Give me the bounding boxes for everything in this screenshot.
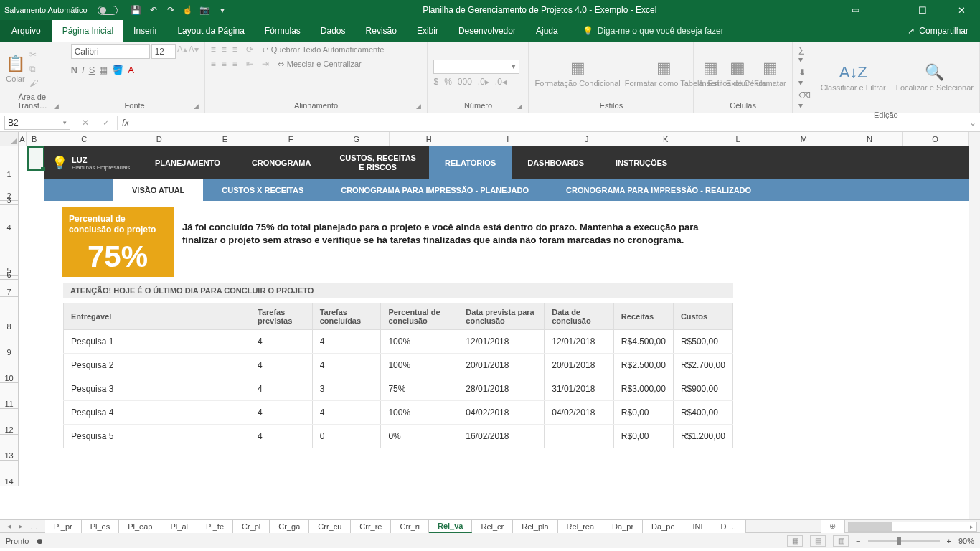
selected-cell[interactable] — [27, 146, 44, 171]
table-cell[interactable]: 04/02/2018 — [545, 401, 614, 425]
table-cell[interactable]: 75% — [381, 377, 458, 401]
nav-custos[interactable]: CUSTOS, RECEITASE RISCOS — [326, 146, 429, 179]
sheet-tab[interactable]: Pl_al — [161, 520, 197, 533]
sheet-tab[interactable]: Rel_cr — [472, 520, 513, 533]
table-cell[interactable]: R$1.200,00 — [673, 425, 732, 448]
increase-font-icon[interactable]: A▴ — [177, 44, 187, 59]
tab-help[interactable]: Ajuda — [526, 20, 568, 42]
autosave-toggle[interactable] — [98, 6, 118, 15]
font-size-input[interactable] — [151, 44, 176, 59]
decrease-decimal-icon[interactable]: .0◂ — [495, 77, 507, 87]
table-cell[interactable]: Pesquisa 3 — [64, 377, 250, 401]
macro-record-icon[interactable]: ⏺ — [36, 537, 44, 545]
tab-layout[interactable]: Layout da Página — [167, 20, 254, 42]
ribbon-display-icon[interactable]: ▭ — [852, 5, 859, 15]
table-cell[interactable]: R$2.500,00 — [613, 354, 673, 377]
row-header[interactable]: 10 — [0, 357, 19, 383]
zoom-in-icon[interactable]: + — [947, 537, 951, 545]
indent-inc-icon[interactable]: ⇥ — [262, 59, 269, 69]
find-select-button[interactable]: 🔍Localizar e Selecionar — [896, 63, 974, 92]
table-cell[interactable]: 100% — [381, 354, 458, 377]
align-middle-icon[interactable]: ≡ — [222, 44, 227, 55]
table-cell[interactable]: Pesquisa 2 — [64, 354, 250, 377]
row-header[interactable]: 7 — [0, 280, 19, 297]
underline-icon[interactable]: S — [89, 65, 95, 75]
view-page-layout-icon[interactable]: ▤ — [810, 535, 826, 547]
horizontal-scrollbar[interactable]: ◂ ▸ — [848, 522, 977, 532]
table-cell[interactable]: 4 — [250, 401, 313, 425]
indent-dec-icon[interactable]: ⇤ — [246, 59, 253, 69]
sheet-tab[interactable]: Crr_cu — [309, 520, 351, 533]
table-cell[interactable]: R$0,00 — [613, 425, 673, 448]
subnav-visao-atual[interactable]: VISÃO ATUAL — [113, 179, 203, 201]
table-cell[interactable]: R$2.700,00 — [673, 354, 732, 377]
table-cell[interactable]: 4 — [250, 377, 313, 401]
align-center-icon[interactable]: ≡ — [222, 59, 227, 69]
sheet-tab[interactable]: Cr_pl — [233, 520, 270, 533]
row-header[interactable]: 12 — [0, 409, 19, 435]
tab-insert[interactable]: Inserir — [123, 20, 167, 42]
sheet-tab[interactable]: Crr_re — [351, 520, 391, 533]
sheet-tab[interactable]: INI — [684, 520, 712, 533]
table-cell[interactable]: 04/02/2018 — [458, 401, 545, 425]
align-top-icon[interactable]: ≡ — [211, 44, 216, 55]
align-left-icon[interactable]: ≡ — [211, 59, 216, 69]
tell-me[interactable]: 💡Diga-me o que você deseja fazer — [583, 20, 724, 42]
col-header[interactable]: I — [468, 132, 547, 146]
align-bottom-icon[interactable]: ≡ — [232, 44, 237, 55]
tab-scroll-prev-icon[interactable]: ▸ — [16, 522, 26, 531]
camera-icon[interactable]: 📷 — [199, 4, 211, 16]
format-painter-icon[interactable]: 🖌 — [29, 78, 38, 88]
col-header[interactable]: H — [390, 132, 468, 146]
cancel-formula-icon[interactable]: ✕ — [82, 118, 89, 128]
tab-review[interactable]: Revisão — [356, 20, 407, 42]
col-header[interactable]: L — [705, 132, 771, 146]
table-cell[interactable]: 31/01/2018 — [545, 377, 614, 401]
table-cell[interactable]: 20/01/2018 — [458, 354, 545, 377]
paste-button[interactable]: 📋Colar — [6, 55, 25, 83]
col-header[interactable]: O — [903, 132, 969, 146]
view-page-break-icon[interactable]: ▥ — [833, 535, 849, 547]
cut-icon[interactable]: ✂ — [29, 50, 38, 60]
table-cell[interactable]: 3 — [312, 377, 381, 401]
italic-icon[interactable]: I — [82, 65, 85, 75]
zoom-level[interactable]: 90% — [958, 537, 974, 545]
table-cell[interactable]: 4 — [250, 354, 313, 377]
table-cell[interactable]: 4 — [250, 330, 313, 354]
sheet-tab[interactable]: Rel_va — [429, 520, 472, 533]
tab-scroll-first-icon[interactable]: ◂ — [4, 522, 14, 531]
table-cell[interactable]: Pesquisa 1 — [64, 330, 250, 354]
row-header[interactable]: 9 — [0, 331, 19, 357]
fill-color-icon[interactable]: 🪣 — [112, 65, 123, 75]
table-cell[interactable]: R$900,00 — [673, 377, 732, 401]
sheet-tab[interactable]: Rel_pla — [513, 520, 557, 533]
table-cell[interactable]: 0 — [312, 425, 381, 448]
delete-cells-button[interactable]: ▦Excluir — [726, 59, 750, 88]
wrap-text-button[interactable]: ↩Quebrar Texto Automaticamente — [262, 45, 385, 55]
format-as-table-button[interactable]: ▦Formatar como Tabela — [625, 59, 704, 88]
col-header[interactable]: J — [547, 132, 626, 146]
col-header[interactable]: M — [771, 132, 837, 146]
close-button[interactable]: ✕ — [947, 5, 976, 16]
sheet-tab[interactable]: D … — [712, 520, 746, 533]
increase-decimal-icon[interactable]: .0▸ — [478, 77, 489, 87]
nav-instrucoes[interactable]: INSTRUÇÕES — [600, 146, 683, 179]
add-sheet-button[interactable]: ⊕ — [821, 520, 845, 533]
name-box[interactable]: B2▾ — [4, 116, 70, 130]
vertical-scrollbar[interactable] — [969, 132, 980, 519]
sheet-tab[interactable]: Crr_ri — [391, 520, 429, 533]
nav-planejamento[interactable]: PLANEJAMENTO — [139, 146, 236, 179]
table-cell[interactable]: R$0,00 — [613, 401, 673, 425]
sheet-tab[interactable]: Pl_fe — [197, 520, 233, 533]
col-header[interactable]: E — [192, 132, 258, 146]
orientation-icon[interactable]: ⟳ — [246, 44, 253, 55]
minimize-button[interactable]: — — [870, 5, 898, 16]
sheet-tab[interactable]: Rel_rea — [558, 520, 604, 533]
sheet-tab[interactable]: Pl_pr — [45, 520, 82, 533]
file-tab[interactable]: Arquivo — [0, 20, 52, 42]
tab-developer[interactable]: Desenvolvedor — [448, 20, 526, 42]
scroll-right-icon[interactable]: ▸ — [966, 522, 976, 531]
subnav-crono-realizado[interactable]: CRONOGRAMA PARA IMPRESSÃO - REALIZADO — [547, 179, 770, 201]
comma-icon[interactable]: 000 — [458, 77, 472, 87]
conditional-format-button[interactable]: ▦Formatação Condicional — [534, 59, 620, 88]
